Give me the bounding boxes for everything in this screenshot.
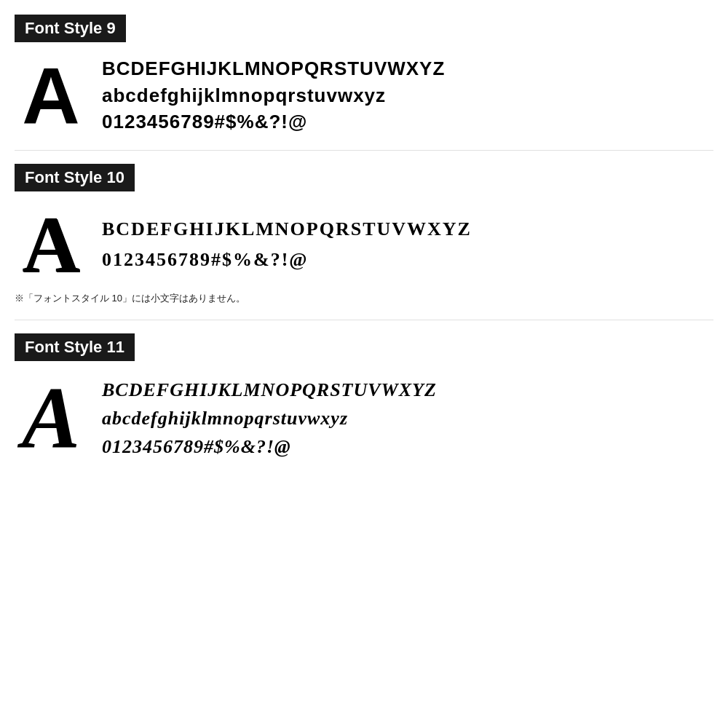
page-container: Font Style 9 A BCDEFGHIJKLMNOPQRSTUVWXYZ… bbox=[0, 0, 728, 728]
font-style-11-line-2: abcdefghijklmnopqrstuvwxyz bbox=[102, 404, 437, 432]
font-style-9-big-letter: A bbox=[15, 55, 87, 135]
font-style-10-chars: BCDEFGHIJKLMNOPQRSTUVWXYZ 0123456789#$%&… bbox=[102, 214, 472, 274]
font-style-11-demo: A BCDEFGHIJKLMNOPQRSTUVWXYZ abcdefghijkl… bbox=[15, 374, 713, 462]
font-style-9-line-3: 0123456789#$%&?!@ bbox=[102, 108, 445, 135]
font-style-10-line-2: 0123456789#$%&?!@ bbox=[102, 245, 472, 275]
divider-2 bbox=[15, 320, 713, 320]
font-style-10-section: Font Style 10 A BCDEFGHIJKLMNOPQRSTUVWXY… bbox=[15, 164, 713, 305]
font-style-9-line-2: abcdefghijklmnopqrstuvwxyz bbox=[102, 82, 445, 108]
font-style-9-label: Font Style 9 bbox=[15, 15, 126, 42]
font-style-11-chars: BCDEFGHIJKLMNOPQRSTUVWXYZ abcdefghijklmn… bbox=[102, 376, 437, 461]
font-style-11-section: Font Style 11 A BCDEFGHIJKLMNOPQRSTUVWXY… bbox=[15, 333, 713, 462]
divider-1 bbox=[15, 150, 713, 151]
font-style-10-label: Font Style 10 bbox=[15, 164, 135, 191]
font-style-10-demo: A BCDEFGHIJKLMNOPQRSTUVWXYZ 0123456789#$… bbox=[15, 205, 713, 285]
font-style-10-line-1: BCDEFGHIJKLMNOPQRSTUVWXYZ bbox=[102, 214, 472, 245]
font-style-10-big-letter: A bbox=[15, 205, 87, 285]
font-style-11-big-letter: A bbox=[15, 374, 87, 462]
font-style-9-line-1: BCDEFGHIJKLMNOPQRSTUVWXYZ bbox=[102, 55, 445, 82]
font-style-9-section: Font Style 9 A BCDEFGHIJKLMNOPQRSTUVWXYZ… bbox=[15, 15, 713, 135]
font-style-11-line-1: BCDEFGHIJKLMNOPQRSTUVWXYZ bbox=[102, 376, 437, 404]
font-style-9-demo: A BCDEFGHIJKLMNOPQRSTUVWXYZ abcdefghijkl… bbox=[15, 55, 713, 135]
font-style-11-label: Font Style 11 bbox=[15, 333, 135, 361]
font-style-11-line-3: 0123456789#$%&?!@ bbox=[102, 432, 437, 461]
font-style-10-note: ※「フォントスタイル 10」には小文字はありません。 bbox=[15, 292, 713, 305]
font-style-9-chars: BCDEFGHIJKLMNOPQRSTUVWXYZ abcdefghijklmn… bbox=[102, 55, 445, 135]
